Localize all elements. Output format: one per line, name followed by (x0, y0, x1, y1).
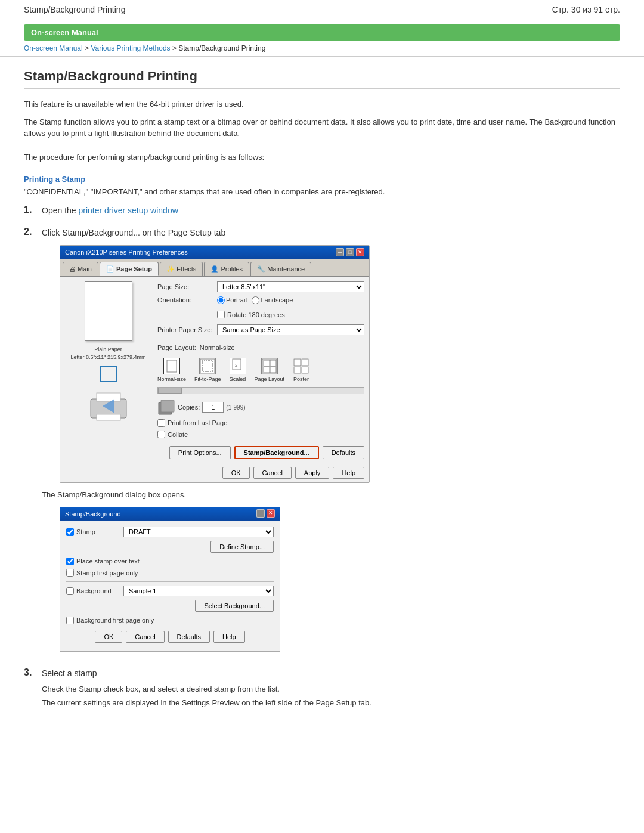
portrait-radio[interactable]: Portrait (217, 295, 247, 305)
tab-profiles[interactable]: 👤 Profiles (204, 262, 249, 277)
select-background-button[interactable]: Select Background... (195, 600, 274, 612)
printer-paper-row: Printer Paper Size: Same as Page Size (157, 324, 364, 335)
print-from-last-checkbox[interactable] (157, 419, 165, 427)
minimize-button[interactable]: ─ (336, 248, 344, 256)
step-3-number: 3. (24, 667, 42, 678)
svg-rect-4 (167, 360, 177, 372)
rotate-row: Rotate 180 degrees (157, 308, 364, 322)
sb-cancel-button[interactable]: Cancel (126, 631, 164, 643)
tab-page-setup[interactable]: 📄 Page Setup (100, 262, 159, 277)
window-controls: ─ □ ✕ (336, 248, 364, 256)
page-size-row: Page Size: Letter 8.5"x11" (157, 281, 364, 292)
step-2: 2. Click Stamp/Background... on the Page… (24, 227, 620, 658)
print-options-button[interactable]: Print Options... (169, 446, 231, 459)
maximize-icon: □ (348, 249, 351, 257)
tab-main-icon: 🖨 (69, 265, 78, 272)
defaults-button[interactable]: Defaults (323, 446, 364, 459)
rotate-checkbox-input[interactable] (217, 311, 225, 318)
scrollbar-thumb[interactable] (158, 388, 182, 394)
printer-driver-link[interactable]: printer driver setup window (79, 206, 178, 215)
step-3-caption2: The current settings are displayed in th… (42, 697, 371, 709)
procedure-text: The procedure for performing stamp/backg… (24, 151, 620, 163)
page-layout-value: Normal-size (200, 343, 235, 353)
step-1-text: Open the (42, 206, 79, 215)
layout-poster-icon (293, 358, 309, 374)
copies-label: Copies: (178, 402, 200, 413)
background-checkbox-label[interactable]: Background (66, 586, 120, 596)
layout-scaled-icon: 2 (230, 358, 246, 374)
page-setup-content: Plain PaperLetter 8.5"x11" 215.9x279.4mm (60, 277, 369, 446)
collate-row: Collate (157, 430, 364, 440)
svg-rect-6 (202, 361, 213, 371)
collate-checkbox[interactable] (157, 431, 165, 438)
stamp-bg-body: Stamp DRAFT Define Stamp... Place stamp … (60, 521, 280, 651)
page-size-select[interactable]: Letter 8.5"x11" (217, 281, 364, 292)
stamp-first-checkbox[interactable] (66, 569, 74, 577)
maximize-button[interactable]: □ (346, 248, 354, 256)
sb-close[interactable]: ✕ (267, 509, 275, 518)
copies-control: Copies: (1-999) (157, 399, 246, 416)
stamp-checkbox[interactable] (66, 528, 74, 536)
dialog-title-bar: Canon iX210P series Printing Preferences… (60, 246, 369, 259)
tab-effects[interactable]: ✨ Effects (160, 262, 203, 277)
layout-normal[interactable]: Normal-size (157, 358, 186, 384)
layout-poster[interactable]: Poster (293, 358, 309, 384)
dialog-footer-1: Print Options... Stamp/Background... Def… (60, 446, 369, 463)
define-stamp-button[interactable]: Define Stamp... (210, 541, 274, 553)
stamp-select[interactable]: DRAFT (123, 527, 274, 537)
paper-preview (85, 281, 132, 341)
rotate-checkbox[interactable]: Rotate 180 degrees (217, 310, 285, 320)
layout-fit[interactable]: Fit-to-Page (194, 358, 221, 384)
layout-page[interactable]: Page Layout (255, 358, 285, 384)
page-layout-label: Page Layout: (157, 343, 196, 353)
print-from-last-row: Print from Last Page (157, 418, 364, 428)
background-checkbox[interactable] (66, 587, 74, 595)
stamp-bg-title-text: Stamp/Background (65, 509, 121, 519)
minimize-icon: ─ (338, 249, 342, 257)
collate-label: Collate (168, 430, 188, 440)
landscape-radio[interactable]: Landscape (252, 295, 293, 305)
copies-row: Copies: (1-999) (157, 399, 364, 416)
stamp-background-button[interactable]: Stamp/Background... (234, 446, 319, 459)
main-content: Stamp/Background Printing This feature i… (0, 57, 644, 745)
orientation-label: Orientation: (157, 295, 217, 305)
stamp-dialog-caption: The Stamp/Background dialog box opens. (42, 489, 370, 501)
background-first-checkbox[interactable] (66, 617, 74, 624)
layout-scaled[interactable]: 2 Scaled (230, 358, 246, 384)
breadcrumb-link-printing[interactable]: Various Printing Methods (91, 44, 170, 52)
background-select[interactable]: Sample 1 (123, 586, 274, 596)
sb-minimize[interactable]: ─ (256, 509, 265, 518)
tab-main[interactable]: 🖨 Main (63, 262, 98, 277)
landscape-radio-input[interactable] (252, 296, 259, 304)
help-button[interactable]: Help (333, 467, 364, 479)
step-3-text: Select a stamp (42, 667, 371, 680)
landscape-label: Landscape (261, 295, 293, 305)
orientation-row: Orientation: Portrait Landscape (157, 295, 364, 305)
portrait-radio-input[interactable] (217, 296, 225, 304)
separator-1 (157, 339, 364, 339)
close-button[interactable]: ✕ (356, 248, 364, 256)
sb-help-button[interactable]: Help (213, 631, 245, 643)
ok-button[interactable]: OK (222, 467, 250, 479)
cancel-button[interactable]: Cancel (253, 467, 292, 479)
horizontal-scrollbar[interactable] (157, 387, 364, 394)
svg-text:2: 2 (235, 363, 238, 368)
stamp-background-dialog: Stamp/Background ─ ✕ Stamp DRAFT (60, 507, 280, 652)
breadcrumb-sep1: > (85, 44, 91, 52)
page-title: Stamp/Background Printing (24, 69, 620, 89)
breadcrumb-current: Stamp/Background Printing (178, 44, 265, 52)
tab-profiles-icon: 👤 (210, 265, 221, 272)
tab-maintenance[interactable]: 🔧 Maintenance (250, 262, 311, 277)
paper-label: Plain PaperLetter 8.5"x11" 215.9x279.4mm (65, 346, 151, 361)
printer-paper-select[interactable]: Same as Page Size (217, 324, 364, 335)
apply-button[interactable]: Apply (295, 467, 330, 479)
sb-defaults-button[interactable]: Defaults (168, 631, 210, 643)
place-over-checkbox[interactable] (66, 558, 74, 565)
copies-input[interactable] (202, 402, 224, 413)
page-header-title: Stamp/Background Printing (24, 5, 125, 14)
stamp-checkbox-label[interactable]: Stamp (66, 527, 120, 537)
step-1-content: Open the printer driver setup window (42, 205, 178, 217)
sb-ok-button[interactable]: OK (95, 631, 122, 643)
breadcrumb-link-manual[interactable]: On-screen Manual (24, 44, 83, 52)
stamp-label: Stamp (76, 527, 95, 537)
